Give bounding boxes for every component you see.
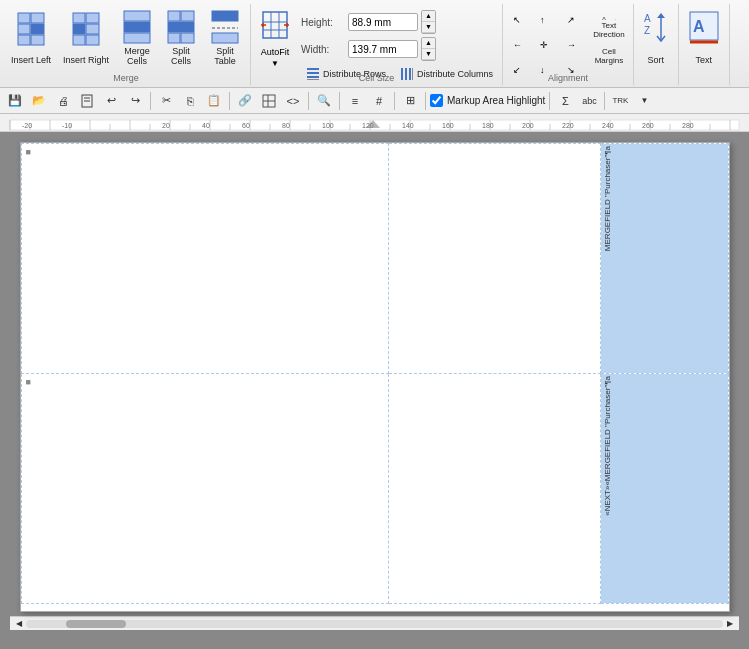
- svg-rect-5: [31, 35, 44, 45]
- print-button[interactable]: 🖨: [52, 90, 74, 112]
- insert-left-button[interactable]: Insert Left: [6, 6, 56, 70]
- paste-button[interactable]: 📋: [203, 90, 225, 112]
- merge-cells-label: MergeCells: [124, 47, 150, 67]
- scroll-right-button[interactable]: ▶: [723, 617, 737, 631]
- svg-rect-4: [18, 35, 30, 45]
- height-label: Height:: [301, 17, 345, 28]
- sort-group: A Z Sort: [634, 4, 679, 85]
- scroll-left-button[interactable]: ◀: [12, 617, 26, 631]
- split-cells-icon: [165, 10, 197, 46]
- svg-rect-32: [307, 68, 319, 70]
- merge-cells-button[interactable]: MergeCells: [116, 6, 158, 70]
- document-page: ■ MERGEFIELD "Purchaser"¶a ■: [20, 142, 730, 612]
- svg-text:160: 160: [442, 122, 454, 129]
- height-input[interactable]: [348, 13, 418, 31]
- print-preview-button[interactable]: [76, 90, 98, 112]
- svg-rect-17: [168, 22, 194, 32]
- align-middle-right-button[interactable]: →: [561, 31, 589, 55]
- width-input[interactable]: [348, 40, 418, 58]
- height-up[interactable]: ▲: [422, 11, 435, 22]
- autofit-icon: [261, 8, 289, 46]
- svg-rect-10: [73, 35, 85, 45]
- cell-size-label: Cell Size: [251, 73, 502, 83]
- svg-text:280: 280: [682, 122, 694, 129]
- sort-label: Sort: [647, 56, 664, 66]
- align-middle-left-button[interactable]: ←: [507, 31, 535, 55]
- align-top-right-button[interactable]: ↗: [561, 6, 589, 30]
- merge-field-r1-text: MERGEFIELD "Purchaser"¶a: [603, 146, 613, 251]
- cut-button[interactable]: ✂: [155, 90, 177, 112]
- cell-margins-button[interactable]: CellMargins: [589, 44, 629, 68]
- toolbar-sep-1: [150, 92, 151, 110]
- svg-text:↖: ↖: [513, 15, 521, 25]
- svg-text:260: 260: [642, 122, 654, 129]
- svg-text:Z: Z: [644, 25, 650, 36]
- redo-button[interactable]: ↪: [124, 90, 146, 112]
- scrollbar-thumb[interactable]: [66, 620, 126, 628]
- split-cells-label: SplitCells: [171, 47, 191, 67]
- row2-marker: ■: [26, 377, 31, 387]
- text-direction-button[interactable]: A B TextDirection: [589, 6, 629, 42]
- svg-rect-22: [212, 33, 238, 43]
- svg-text:←: ←: [513, 40, 522, 50]
- ribbon: Insert Left Insert Right: [0, 0, 749, 88]
- table-cell-r2c1: ■: [21, 374, 389, 604]
- split-table-button[interactable]: SplitTable: [204, 6, 246, 70]
- svg-rect-2: [18, 24, 30, 34]
- align-top-left-button[interactable]: ↖: [507, 6, 535, 30]
- insert-right-label: Insert Right: [63, 56, 109, 66]
- svg-text:A: A: [693, 18, 705, 35]
- height-spinner[interactable]: ▲ ▼: [421, 10, 436, 34]
- svg-rect-6: [73, 13, 85, 23]
- toolbar-sep-7: [549, 92, 550, 110]
- height-down[interactable]: ▼: [422, 22, 435, 33]
- ruler: // generated inline below: [0, 114, 749, 132]
- width-down[interactable]: ▼: [422, 49, 435, 60]
- text-group: A Text: [679, 4, 730, 85]
- undo-button[interactable]: ↩: [100, 90, 122, 112]
- merge-field-r2: «NEXT»«MERGEFIELD "Purchaser"¶a: [601, 374, 728, 604]
- merge-buttons-row: Insert Left Insert Right: [6, 6, 246, 70]
- insert-right-button[interactable]: Insert Right: [58, 6, 114, 70]
- width-up[interactable]: ▲: [422, 38, 435, 49]
- merge-group-label: Merge: [2, 73, 250, 83]
- document-table: ■ MERGEFIELD "Purchaser"¶a ■: [21, 143, 729, 604]
- autofit-label: AutoFit: [261, 48, 290, 58]
- save-button[interactable]: 💾: [4, 90, 26, 112]
- table-row: ■ MERGEFIELD "Purchaser"¶a: [21, 144, 728, 374]
- merge-cells-icon: [121, 10, 153, 46]
- svg-rect-11: [86, 35, 99, 45]
- copy-button[interactable]: ⎘: [179, 90, 201, 112]
- text-icon: A: [688, 10, 720, 52]
- merge-group: Insert Left Insert Right: [2, 4, 251, 85]
- open-button[interactable]: 📂: [28, 90, 50, 112]
- svg-rect-23: [263, 12, 287, 38]
- text-button[interactable]: A Text: [683, 6, 725, 70]
- align-top-center-button[interactable]: ↑: [534, 6, 562, 30]
- align-middle-center-button[interactable]: ✛: [534, 31, 562, 55]
- document-area: ■ MERGEFIELD "Purchaser"¶a ■: [0, 132, 749, 649]
- scrollbar-track[interactable]: [26, 620, 723, 628]
- svg-text:A: A: [601, 15, 607, 20]
- hyperlink-button[interactable]: 🔗: [234, 90, 256, 112]
- svg-rect-15: [168, 11, 180, 21]
- sort-button[interactable]: A Z Sort: [638, 6, 674, 70]
- merge-field-r2-text: «NEXT»«MERGEFIELD "Purchaser"¶a: [603, 376, 613, 516]
- svg-text:60: 60: [242, 122, 250, 129]
- alignment-label: Alignment: [503, 73, 633, 83]
- cell-size-group: AutoFit ▼ Height: ▲ ▼ Width: ▲: [251, 4, 503, 85]
- height-row: Height: ▲ ▼: [301, 10, 498, 34]
- svg-text:180: 180: [482, 122, 494, 129]
- svg-text:↑: ↑: [540, 15, 545, 25]
- svg-rect-3: [31, 24, 44, 34]
- svg-text:80: 80: [282, 122, 290, 129]
- width-spinner[interactable]: ▲ ▼: [421, 37, 436, 61]
- show-markup-button[interactable]: ▼: [633, 90, 655, 112]
- horizontal-scrollbar[interactable]: ◀ ▶: [10, 616, 739, 630]
- autofit-button[interactable]: AutoFit ▼: [255, 6, 295, 70]
- split-table-icon: [209, 10, 241, 46]
- table-cell-r1c1: ■: [21, 144, 389, 374]
- sort-icon: A Z: [643, 10, 669, 48]
- align-top-left-icon: ↖: [513, 11, 529, 25]
- split-cells-button[interactable]: SplitCells: [160, 6, 202, 70]
